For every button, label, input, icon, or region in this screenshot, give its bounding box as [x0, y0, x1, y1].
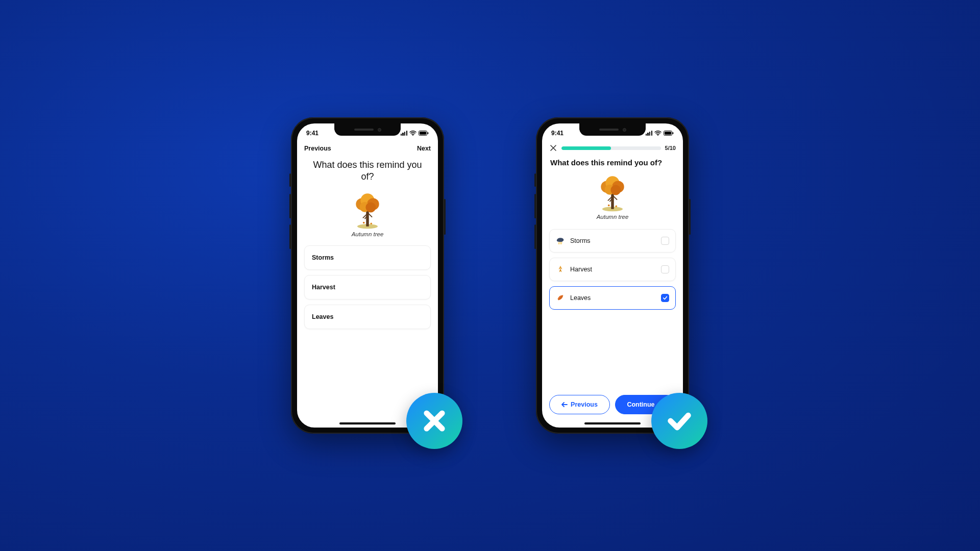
svg-point-25	[615, 205, 617, 207]
cloud-icon	[556, 236, 565, 245]
nav-previous-link[interactable]: Previous	[304, 145, 331, 152]
svg-rect-2	[428, 132, 429, 134]
progress-count: 5/10	[665, 145, 676, 151]
image-autumn-tree: Autumn tree	[297, 185, 438, 240]
check-icon	[663, 295, 668, 300]
home-indicator	[339, 422, 396, 424]
battery-icon	[664, 131, 674, 136]
close-icon	[550, 145, 556, 151]
checkbox-checked[interactable]	[661, 294, 669, 302]
svg-point-12	[370, 222, 372, 224]
question-heading: What does this remind you of?	[297, 155, 438, 185]
image-autumn-tree: Autumn tree	[542, 168, 683, 223]
close-button[interactable]	[549, 144, 557, 152]
wifi-icon	[409, 131, 416, 136]
option-label: Leaves	[570, 294, 656, 302]
checkbox[interactable]	[661, 237, 669, 245]
svg-point-23	[610, 185, 621, 195]
image-caption: Autumn tree	[597, 214, 629, 220]
svg-rect-16	[665, 132, 671, 135]
svg-point-13	[657, 135, 658, 136]
option-leaves[interactable]: Leaves	[549, 286, 676, 310]
option-leaves[interactable]: Leaves	[304, 305, 431, 329]
svg-point-10	[365, 202, 376, 212]
tree-icon	[349, 190, 386, 230]
option-storms[interactable]: Storms	[304, 245, 431, 270]
cellular-icon	[401, 131, 407, 136]
status-time: 9:41	[551, 130, 564, 137]
phone-bad-example: 9:41 Previous Next What does this remind…	[291, 117, 444, 434]
option-harvest[interactable]: Harvest	[304, 275, 431, 299]
leaf-icon	[556, 293, 565, 303]
badge-check-icon	[651, 393, 707, 449]
question-heading: What does this remind you of?	[542, 156, 683, 168]
previous-button[interactable]: Previous	[549, 395, 610, 414]
option-label: Harvest	[570, 266, 656, 273]
svg-rect-3	[420, 132, 426, 135]
image-caption: Autumn tree	[352, 231, 384, 237]
badge-cross-icon	[406, 393, 462, 449]
progress-fill	[561, 146, 611, 150]
svg-point-11	[363, 221, 365, 223]
arrow-left-icon	[561, 402, 568, 407]
checkbox[interactable]	[661, 265, 669, 273]
wifi-icon	[654, 131, 662, 136]
svg-point-0	[412, 135, 413, 136]
tree-icon	[594, 173, 631, 213]
button-label: Previous	[571, 401, 598, 408]
svg-point-24	[608, 205, 610, 207]
option-storms[interactable]: Storms	[549, 229, 676, 253]
battery-icon	[419, 131, 429, 136]
wheat-icon	[556, 265, 565, 274]
option-harvest[interactable]: Harvest	[549, 258, 676, 281]
status-time: 9:41	[306, 130, 318, 137]
button-label: Continue	[627, 401, 654, 408]
cellular-icon	[646, 131, 652, 136]
nav-next-link[interactable]: Next	[417, 145, 431, 152]
phone-good-example: 9:41 5/10 What does this remind you of?	[536, 117, 689, 434]
svg-point-27	[557, 239, 560, 241]
home-indicator	[584, 422, 641, 424]
option-label: Storms	[570, 237, 656, 244]
svg-rect-15	[673, 132, 674, 134]
progress-bar	[561, 146, 661, 150]
